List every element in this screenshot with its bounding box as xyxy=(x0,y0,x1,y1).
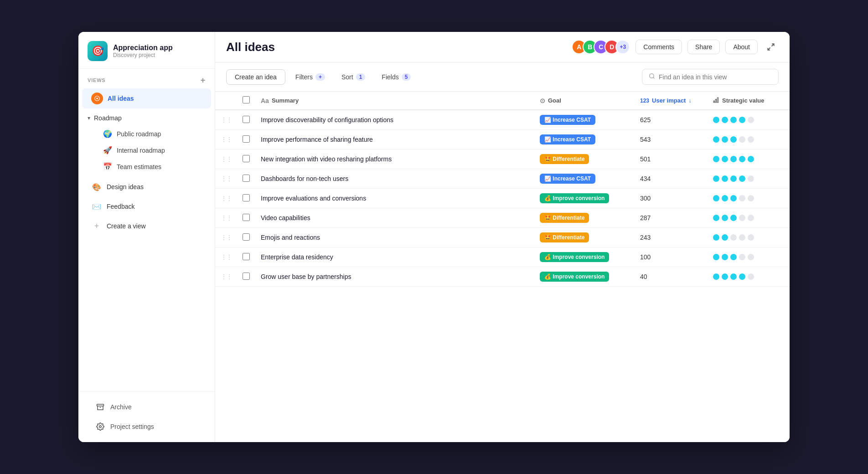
svg-rect-7 xyxy=(717,98,718,103)
col-drag xyxy=(215,92,237,110)
row-checkbox[interactable] xyxy=(243,116,250,123)
strategic-col-label: Strategic value xyxy=(722,97,765,104)
col-check xyxy=(237,92,255,110)
row-checkbox[interactable] xyxy=(243,273,250,280)
sidebar-item-project-settings[interactable]: Project settings xyxy=(86,417,207,436)
table-row: ⋮⋮New integration with video resharing p… xyxy=(215,149,790,169)
roadmap-group-header[interactable]: ▾ Roadmap xyxy=(78,111,215,125)
search-icon xyxy=(649,73,655,81)
col-summary-header[interactable]: Aa Summary xyxy=(255,92,534,110)
table-body: ⋮⋮Improve discoverability of configurati… xyxy=(215,110,790,287)
strategic-dot xyxy=(748,234,754,241)
settings-icon xyxy=(95,421,106,432)
strategic-dot xyxy=(722,254,728,260)
row-checkbox[interactable] xyxy=(243,135,250,143)
drag-handle-icon[interactable]: ⋮⋮ xyxy=(221,116,232,124)
app-container: 🎯 Appreciation app Discovery project VIE… xyxy=(78,32,790,442)
row-checkbox[interactable] xyxy=(243,175,250,182)
drag-handle-icon[interactable]: ⋮⋮ xyxy=(221,136,232,143)
internal-roadmap-label: Internal roadmap xyxy=(117,147,165,154)
drag-handle-icon[interactable]: ⋮⋮ xyxy=(221,253,232,261)
impact-score: 300 xyxy=(640,195,651,202)
col-strategic-header[interactable]: Strategic value xyxy=(708,92,790,110)
create-idea-button[interactable]: Create an idea xyxy=(226,69,285,85)
goal-badge: 💰 Improve conversion xyxy=(540,272,609,282)
svg-rect-2 xyxy=(97,404,104,406)
roadmap-group: ▾ Roadmap 🌍 Public roadmap 🚀 Internal ro… xyxy=(78,109,215,177)
drag-handle-icon[interactable]: ⋮⋮ xyxy=(221,273,232,280)
select-all-checkbox[interactable] xyxy=(243,96,250,103)
feedback-label: Feedback xyxy=(107,203,134,210)
svg-point-1 xyxy=(96,98,98,99)
sidebar-item-public-roadmap[interactable]: 🌍 Public roadmap xyxy=(82,126,211,142)
strategic-dots xyxy=(713,136,784,143)
strategic-dot xyxy=(748,215,754,221)
feedback-icon: ✉️ xyxy=(91,201,102,212)
app-title-block: Appreciation app Discovery project xyxy=(113,44,173,58)
sidebar-item-all-ideas[interactable]: All ideas xyxy=(82,88,211,108)
drag-handle-icon[interactable]: ⋮⋮ xyxy=(221,175,232,182)
impact-col-label: User impact xyxy=(652,97,686,104)
search-box xyxy=(642,69,779,85)
add-view-icon[interactable]: + xyxy=(201,76,206,84)
sidebar-footer: Archive Project settings xyxy=(78,391,215,442)
strategic-dot xyxy=(730,215,737,221)
settings-label: Project settings xyxy=(110,423,154,430)
filters-button[interactable]: Filters + xyxy=(289,70,331,84)
sidebar-item-feedback[interactable]: ✉️ Feedback xyxy=(82,197,211,216)
drag-handle-icon[interactable]: ⋮⋮ xyxy=(221,155,232,163)
sidebar-item-design-ideas[interactable]: 🎨 Design ideas xyxy=(82,177,211,196)
drag-handle-icon[interactable]: ⋮⋮ xyxy=(221,234,232,241)
row-checkbox[interactable] xyxy=(243,253,250,260)
strategic-dot xyxy=(730,234,737,241)
team-estimates-label: Team estimates xyxy=(117,163,161,170)
strategic-dot xyxy=(739,234,745,241)
row-checkbox[interactable] xyxy=(243,155,250,162)
strategic-dot xyxy=(739,195,745,201)
public-roadmap-icon: 🌍 xyxy=(103,129,112,138)
goal-badge: 🤩 Differentiate xyxy=(540,232,589,242)
sort-badge: 1 xyxy=(356,73,366,81)
col-impact-header[interactable]: 123 User impact ↓ xyxy=(635,92,708,110)
goal-badge: 📈 Increase CSAT xyxy=(540,134,595,144)
strategic-dots xyxy=(713,234,784,241)
app-logo-icon: 🎯 xyxy=(88,41,108,61)
svg-rect-6 xyxy=(715,99,716,103)
strategic-dots xyxy=(713,273,784,280)
strategic-dots xyxy=(713,215,784,221)
table-header-row: Aa Summary ⊙ Goal 123 xyxy=(215,92,790,110)
strategic-dot xyxy=(713,136,719,143)
sidebar-item-internal-roadmap[interactable]: 🚀 Internal roadmap xyxy=(82,142,211,158)
svg-point-4 xyxy=(650,74,654,78)
all-ideas-label: All ideas xyxy=(108,95,134,102)
sort-label: Sort xyxy=(341,73,353,81)
share-button[interactable]: Share xyxy=(687,40,720,54)
row-checkbox[interactable] xyxy=(243,233,250,241)
sort-button[interactable]: Sort 1 xyxy=(335,70,372,84)
strategic-dot xyxy=(713,215,719,221)
about-button[interactable]: About xyxy=(725,40,758,54)
search-input[interactable] xyxy=(659,73,772,81)
filters-label: Filters xyxy=(295,73,313,81)
row-checkbox[interactable] xyxy=(243,194,250,201)
drag-handle-icon[interactable]: ⋮⋮ xyxy=(221,214,232,222)
drag-handle-icon[interactable]: ⋮⋮ xyxy=(221,195,232,202)
sidebar-item-team-estimates[interactable]: 📅 Team estimates xyxy=(82,159,211,175)
row-checkbox[interactable] xyxy=(243,214,250,221)
table-container: Aa Summary ⊙ Goal 123 xyxy=(215,92,790,442)
internal-roadmap-icon: 🚀 xyxy=(103,146,112,155)
sidebar-item-archive[interactable]: Archive xyxy=(86,397,207,417)
impact-score: 243 xyxy=(640,234,651,241)
expand-button[interactable] xyxy=(763,39,779,55)
sidebar-header: 🎯 Appreciation app Discovery project xyxy=(78,32,215,69)
impact-score: 434 xyxy=(640,175,651,182)
strategic-dot xyxy=(730,195,737,201)
comments-button[interactable]: Comments xyxy=(636,40,682,54)
strategic-dot xyxy=(722,117,728,123)
svg-rect-5 xyxy=(713,101,714,103)
fields-button[interactable]: Fields 5 xyxy=(375,70,417,84)
archive-icon xyxy=(95,402,106,412)
col-goal-header[interactable]: ⊙ Goal xyxy=(534,92,635,110)
sidebar-item-create-view[interactable]: + Create a view xyxy=(82,216,211,236)
idea-summary: Enterprise data residency xyxy=(261,253,333,261)
